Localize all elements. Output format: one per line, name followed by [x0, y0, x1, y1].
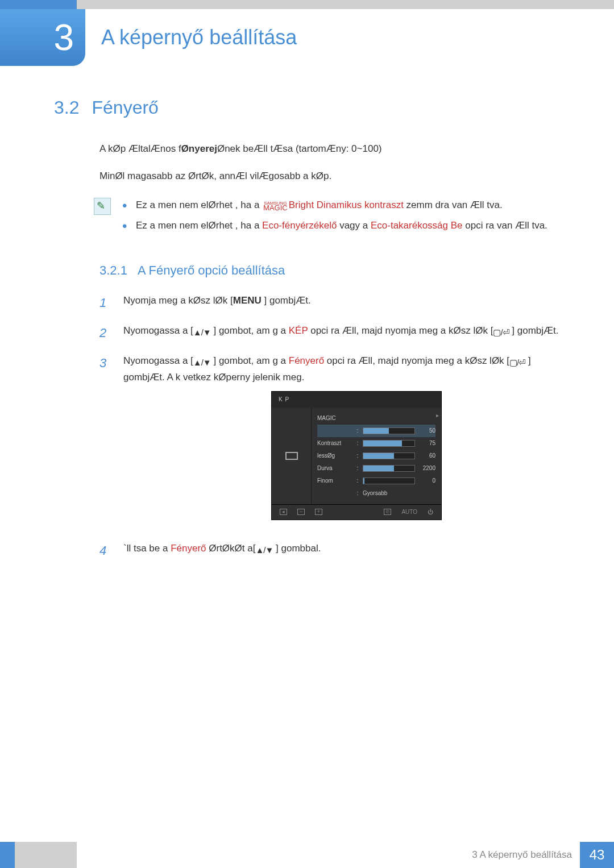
osd-value: 60 [418, 451, 435, 460]
text: ] gombot, am g a [211, 355, 286, 366]
text: Ønek beÆll tÆsa (tartomÆny: 0~100) [217, 143, 382, 154]
text: ] gombbal. [273, 543, 321, 554]
osd-slider [363, 452, 415, 459]
chapter-title: A képernyő beállítása [101, 26, 297, 49]
step-number: 3 [99, 353, 111, 530]
step-4: 4 `ll tsa be a Fényerő ØrtØkØt a[▲/▼ ] g… [99, 541, 560, 560]
text: opci ra van Æll tva. [463, 220, 547, 231]
text: vagy a [337, 220, 368, 231]
text: `ll tsa be a [123, 543, 171, 554]
note-item: Ez a men nem elØrhet , ha a SAMSUNG MAGI… [122, 198, 547, 213]
keyword: Eco-fényérzékelő [262, 220, 337, 231]
step-number: 2 [99, 323, 111, 343]
section-number: 3.2 [54, 97, 79, 118]
osd-slider [363, 477, 415, 484]
up-down-icon: ▲/▼ [193, 326, 211, 339]
top-stripe [0, 0, 614, 9]
osd-row: Kontraszt:75 [317, 437, 435, 450]
osd-row-label: Kontraszt [317, 439, 352, 448]
subsection-title: A Fényerő opció beállítása [138, 263, 285, 278]
keyword: Fényerő [289, 355, 324, 366]
osd-row: lessØg:60 [317, 450, 435, 462]
up-down-icon: ▲/▼ [255, 543, 273, 557]
osd-row: :50 [317, 425, 435, 437]
osd-row: Durva:2200 [317, 462, 435, 475]
section-heading: 3.2 Fényerő [54, 97, 560, 118]
note-item: Ez a men nem elØrhet , ha a Eco-fényérzé… [122, 218, 547, 233]
note-list: Ez a men nem elØrhet , ha a SAMSUNG MAGI… [122, 198, 547, 238]
osd-row-label: MAGIC [317, 414, 352, 423]
text: Ez a men nem elØrhet , ha a [136, 200, 259, 210]
osd-value: 50 [418, 426, 435, 435]
osd-row: MAGIC [317, 412, 435, 425]
osd-row: Finom:0 [317, 475, 435, 487]
osd-button-bar: ◂ − + ⎚ AUTO ⏻ [272, 504, 441, 520]
osd-btn-icon: + [315, 509, 322, 515]
source-enter-icon: ▢/⏎ [509, 356, 525, 369]
keyword: Bright Dinamikus kontraszt [289, 200, 404, 210]
text: opci ra Æll, majd nyomja meg a kØsz lØk [308, 325, 487, 336]
chapter-header: 3 A képernyő beállítása [0, 9, 614, 66]
steps-list: 1 Nyomja meg a kØsz lØk [MENU ] gombjÆt.… [99, 293, 560, 560]
osd-slider [363, 465, 415, 472]
intro-line-2: MinØl magasabb az ØrtØk, annÆl vilÆgosab… [99, 171, 560, 182]
text: opci ra Æll, majd nyomja meg a kØsz lØk [324, 355, 504, 366]
chapter-number-badge: 3 [0, 9, 85, 66]
osd-slider [363, 440, 415, 447]
osd-value: 0 [418, 476, 435, 485]
subsection-number: 3.2.1 [99, 263, 127, 278]
page-footer: 3 A képernyő beállítása 43 [0, 842, 614, 868]
step-number: 4 [99, 541, 111, 560]
text: Nyomogassa a [ [123, 325, 193, 336]
osd-power-icon: ⏻ [428, 508, 433, 517]
osd-value: 75 [418, 439, 435, 448]
step-3: 3 Nyomogassa a [▲/▼ ] gombot, am g a Fén… [99, 353, 560, 530]
section-title: Fényerő [92, 97, 158, 118]
menu-label: MENU [233, 295, 262, 306]
note-icon [94, 198, 111, 215]
text: Ez a men nem elØrhet , ha a [136, 220, 262, 231]
samsung-magic-icon: SAMSUNG MAGIC [263, 202, 288, 211]
keyword: KÉP [289, 325, 308, 336]
text: ] gombjÆt. [262, 295, 311, 306]
step-2: 2 Nyomogassa a [▲/▼ ] gombot, am g a KÉP… [99, 323, 560, 343]
text: Nyomja meg a kØsz lØk [123, 295, 227, 306]
arrow-right-icon: ▸ [436, 411, 439, 420]
note-box: Ez a men nem elØrhet , ha a SAMSUNG MAGI… [94, 198, 560, 238]
osd-category-icon [272, 408, 312, 504]
osd-btn-icon: ⎚ [384, 509, 391, 515]
step-1: 1 Nyomja meg a kØsz lØk [MENU ] gombjÆt. [99, 293, 560, 313]
osd-value: 2200 [418, 464, 435, 473]
text: ] gombot, am g a [211, 325, 286, 336]
text: A kØp ÆltalÆnos f [99, 143, 181, 154]
osd-auto-label: AUTO [401, 508, 417, 517]
osd-row-label: lessØg [317, 451, 352, 460]
osd-row: :Gyorsabb [317, 487, 435, 500]
page-number: 43 [580, 842, 614, 868]
osd-btn-icon: ◂ [280, 509, 287, 515]
text: zemm dra van Æll tva. [404, 200, 503, 210]
text: ØrtØkØt a[ [206, 543, 256, 554]
subsection-heading: 3.2.1 A Fényerő opció beállítása [99, 263, 560, 278]
step-number: 1 [99, 293, 111, 313]
up-down-icon: ▲/▼ [193, 356, 211, 369]
osd-row-label: Durva [317, 464, 352, 473]
keyword: Eco-takarékosság Be [371, 220, 463, 231]
text-em: Ønyerej [181, 143, 217, 154]
osd-slider [363, 427, 415, 434]
text: ] gombjÆt. [509, 325, 559, 336]
text: Nyomogassa a [ [123, 355, 193, 366]
osd-btn-icon: − [297, 509, 305, 515]
keyword: Fényerő [171, 543, 206, 554]
footer-chapter-label: 3 A képernyő beállítása [472, 849, 572, 861]
source-enter-icon: ▢/⏎ [493, 326, 509, 339]
intro-line-1: A kØp ÆltalÆnos fØnyerejØnek beÆll tÆsa … [99, 143, 560, 155]
osd-value: Gyorsabb [363, 489, 435, 498]
osd-screenshot: K P ▸ MAGIC:50Kontraszt:75lessØg:60Durva… [271, 391, 442, 520]
osd-row-label: Finom [317, 476, 352, 485]
osd-title: K P [272, 392, 441, 408]
